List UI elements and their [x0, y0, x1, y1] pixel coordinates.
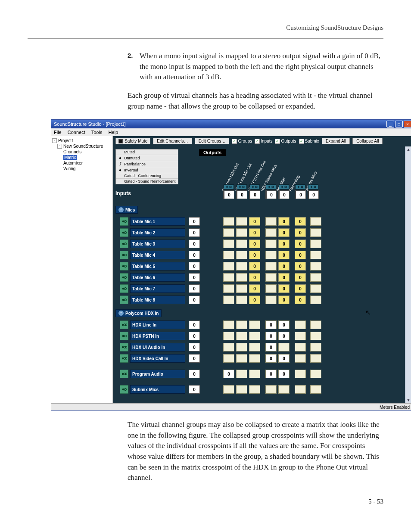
pan-indicator[interactable] [237, 184, 247, 190]
tree-project[interactable]: Project1 [58, 138, 74, 143]
crosspoint-cell[interactable] [265, 251, 277, 259]
crosspoint-cell[interactable]: 0 [265, 343, 277, 352]
input-gain[interactable]: 0 [189, 262, 200, 271]
crosspoint-cell[interactable] [236, 228, 247, 237]
crosspoint-cell[interactable]: 0 [295, 251, 306, 259]
submix-checkbox[interactable]: ✓Submix [299, 139, 319, 144]
input-gain[interactable]: 0 [189, 320, 200, 329]
crosspoint-cell[interactable]: 0 [249, 228, 260, 237]
input-gain[interactable]: 0 [189, 240, 200, 248]
crosspoint-cell[interactable] [310, 251, 321, 259]
pan-indicator[interactable] [308, 184, 318, 190]
crosspoint-cell[interactable] [236, 370, 247, 378]
crosspoint-cell[interactable] [265, 262, 277, 271]
crosspoint-cell[interactable]: 0 [278, 251, 290, 259]
tree-item-wiring[interactable]: Wiring [63, 166, 75, 171]
crosspoint-cell[interactable] [310, 296, 321, 304]
crosspoint-cell[interactable]: 0 [278, 354, 290, 363]
tree-collapse-icon[interactable]: - [52, 138, 57, 143]
crosspoint-cell[interactable]: 0 [278, 273, 290, 282]
input-channel-label[interactable]: Program Audio [130, 370, 185, 378]
crosspoint-cell[interactable] [249, 332, 260, 340]
scroll-up-icon[interactable]: ▲ [405, 146, 411, 152]
output-master-gain[interactable]: 0 [308, 190, 319, 199]
crosspoint-cell[interactable] [265, 273, 277, 282]
crosspoint-cell[interactable]: 0 [295, 273, 306, 282]
crosspoint-cell[interactable]: 0 [295, 240, 306, 248]
menu-file[interactable]: File [54, 130, 62, 135]
edit-channels-button[interactable]: Edit Channels… [153, 138, 192, 144]
input-gain[interactable]: 0 [189, 273, 200, 282]
tree-item-automixer[interactable]: Automixer [63, 161, 83, 165]
crosspoint-cell[interactable] [223, 385, 234, 394]
input-channel-label[interactable]: Table Mic 1 [130, 217, 185, 226]
edit-groups-button[interactable]: Edit Groups… [195, 138, 230, 144]
crosspoint-cell[interactable]: 0 [265, 370, 277, 378]
crosspoint-cell[interactable]: 0 [278, 240, 290, 248]
crosspoint-cell[interactable] [310, 320, 321, 329]
crosspoint-cell[interactable]: 0 [223, 370, 234, 378]
output-master-gain[interactable]: 0 [265, 190, 277, 199]
crosspoint-cell[interactable]: 0 [278, 217, 290, 226]
crosspoint-cell[interactable]: 0 [278, 296, 290, 304]
menu-tools[interactable]: Tools [91, 130, 103, 135]
collapse-all-button[interactable]: Collapse All [352, 138, 383, 144]
crosspoint-cell[interactable]: 0 [278, 332, 290, 340]
scroll-down-icon[interactable]: ▼ [405, 397, 411, 403]
crosspoint-cell[interactable] [236, 320, 247, 329]
crosspoint-cell[interactable]: 0 [295, 296, 306, 304]
output-master-gain[interactable]: 0 [236, 190, 247, 199]
output-master-gain[interactable]: 0 [295, 190, 306, 199]
crosspoint-cell[interactable] [310, 228, 321, 237]
crosspoint-cell[interactable] [265, 284, 277, 293]
input-gain[interactable]: 0 [189, 354, 200, 363]
crosspoint-cell[interactable] [278, 385, 290, 394]
expand-all-button[interactable]: Expand All [322, 138, 350, 144]
crosspoint-cell[interactable] [310, 370, 321, 378]
crosspoint-cell[interactable] [223, 284, 234, 293]
tree-collapse-icon[interactable]: - [57, 144, 62, 149]
crosspoint-cell[interactable]: 0 [265, 320, 277, 329]
input-channel-label[interactable]: Table Mic 8 [130, 296, 185, 304]
inputs-checkbox[interactable]: ✓Inputs [255, 139, 272, 144]
input-channel-label[interactable]: Table Mic 3 [130, 240, 185, 248]
input-channel-label[interactable]: Table Mic 2 [130, 228, 185, 237]
crosspoint-cell[interactable] [236, 217, 247, 226]
input-channel-label[interactable]: HDX UI Audio In [130, 343, 185, 352]
input-gain[interactable]: 0 [189, 296, 200, 304]
crosspoint-cell[interactable] [265, 240, 277, 248]
group-header[interactable]: ˄Polycom HDX In [115, 309, 162, 317]
input-channel-label[interactable]: HDX Video Call In [130, 354, 185, 363]
menu-connect[interactable]: Connect [68, 130, 85, 135]
input-gain[interactable]: 0 [189, 228, 200, 237]
crosspoint-cell[interactable] [310, 354, 321, 363]
safety-mute-button[interactable]: Safety Mute [115, 138, 150, 144]
input-gain[interactable]: 0 [189, 370, 200, 378]
crosspoint-cell[interactable]: 0 [249, 284, 260, 293]
crosspoint-cell[interactable] [249, 354, 260, 363]
crosspoint-cell[interactable]: 0 [295, 228, 306, 237]
close-icon[interactable]: × [404, 121, 411, 128]
crosspoint-cell[interactable] [310, 217, 321, 226]
groups-checkbox[interactable]: ✓Groups [232, 139, 252, 144]
crosspoint-cell[interactable]: 0 [249, 217, 260, 226]
crosspoint-cell[interactable] [249, 343, 260, 352]
crosspoint-cell[interactable] [265, 228, 277, 237]
vertical-scrollbar[interactable]: ▲ ▼ [405, 146, 411, 403]
input-gain[interactable]: 0 [189, 251, 200, 259]
crosspoint-cell[interactable]: 0 [265, 332, 277, 340]
crosspoint-cell[interactable]: 0 [278, 228, 290, 237]
minimize-icon[interactable]: _ [386, 121, 394, 128]
tree-item-channels[interactable]: Channels [63, 149, 81, 154]
crosspoint-cell[interactable] [236, 262, 247, 271]
input-gain[interactable]: 0 [189, 217, 200, 226]
input-gain[interactable]: 0 [189, 385, 200, 394]
crosspoint-cell[interactable] [310, 284, 321, 293]
crosspoint-cell[interactable] [223, 296, 234, 304]
crosspoint-cell[interactable]: 0 [265, 354, 277, 363]
input-gain[interactable]: 0 [189, 343, 200, 352]
crosspoint-cell[interactable] [295, 370, 306, 378]
crosspoint-cell[interactable]: 0 [249, 296, 260, 304]
crosspoint-cell[interactable]: 0 [295, 217, 306, 226]
crosspoint-cell[interactable] [236, 273, 247, 282]
